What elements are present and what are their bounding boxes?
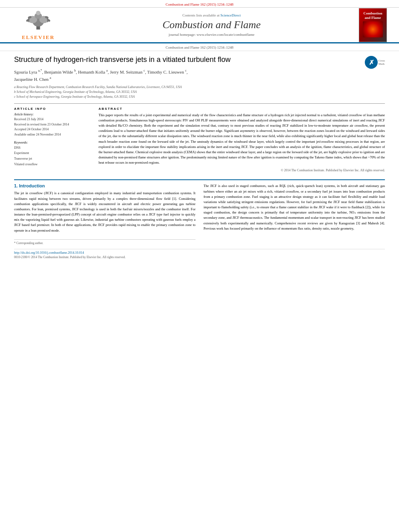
intro-left-text: The jet in crossflow (JICF) is a canonic… xyxy=(14,191,195,233)
author-sup-c2: c xyxy=(185,69,187,72)
accepted-date: Accepted 24 October 2014 xyxy=(14,127,90,132)
doi-link[interactable]: http://dx.doi.org/10.1016/j.combustflame… xyxy=(14,251,84,255)
intro-right-text: The JICF is also used in staged combusto… xyxy=(204,183,385,231)
intro-section-title: 1. Introduction xyxy=(14,183,195,188)
received-revised-date: Received in revised form 23 October 2014 xyxy=(14,122,90,127)
affiliation-b: b School of Mechanical Engineering, Geor… xyxy=(14,90,385,94)
article-history: Article history: Received 23 July 2014 R… xyxy=(14,113,90,138)
corresponding-author-note: * Corresponding author. xyxy=(14,241,195,245)
intro-right-col: The JICF is also used in staged combusto… xyxy=(204,183,385,244)
journal-title: Combustion and Flame xyxy=(68,19,355,31)
abstract-col: ABSTRACT This paper reports the results … xyxy=(99,107,385,173)
main-body: 1. Introduction The jet in crossflow (JI… xyxy=(0,179,399,259)
article-top-info: Combustion and Flame 162 (2015) 1234–124… xyxy=(0,43,399,51)
author-sup-c: c xyxy=(144,69,145,72)
journal-homepage: journal homepage: www.elsevier.com/locat… xyxy=(68,33,355,37)
article-info-col: ARTICLE INFO Article history: Received 2… xyxy=(14,107,90,173)
title-row: ✗ CrossMark Structure of hydrogen-rich t… xyxy=(14,55,385,64)
keyword-4: Vitiated crossflow xyxy=(14,162,90,167)
intro-section: 1. Introduction The jet in crossflow (JI… xyxy=(14,183,385,244)
contents-available-line: Contents lists available at ScienceDirec… xyxy=(68,13,355,17)
authors-line: Sgouria Lyra a,*, Benjamin Wilde b, Hema… xyxy=(14,68,385,82)
crossmark-label: CrossMark xyxy=(378,59,385,66)
elsevier-wordmark: ELSEVIER xyxy=(22,34,55,41)
keywords-title: Keywords: xyxy=(14,141,90,144)
history-title: Article history: xyxy=(14,113,90,116)
cover-title-text: Combustionand Flame xyxy=(363,11,382,20)
elsevier-tree-icon xyxy=(22,9,54,31)
keyword-1: DNS xyxy=(14,145,90,151)
abstract-header: ABSTRACT xyxy=(99,107,385,111)
cover-flame-image xyxy=(363,21,383,37)
article-body: ✗ CrossMark Structure of hydrogen-rich t… xyxy=(0,51,399,176)
author-sup-a3: a xyxy=(50,76,51,80)
abstract-copyright: © 2014 The Combustion Institute. Publish… xyxy=(99,168,385,172)
top-bar: Combustion and Flame 162 (2015) 1234–124… xyxy=(0,0,399,7)
svg-point-5 xyxy=(36,11,41,15)
journal-reference: Combustion and Flame 162 (2015) 1234–124… xyxy=(166,2,234,6)
footer-copyright: 0010-2180/© 2014 The Combustion Institut… xyxy=(14,255,385,259)
article-title: Structure of hydrogen-rich transverse je… xyxy=(14,55,385,64)
author-sup-b: b xyxy=(74,69,76,72)
article-info-header: ARTICLE INFO xyxy=(14,107,90,111)
author-sup-a2: a xyxy=(106,69,108,72)
crossmark-badge[interactable]: ✗ CrossMark xyxy=(365,56,385,69)
separator-1 xyxy=(14,103,385,104)
affiliation-c: c School of Aerospace Engineering, Georg… xyxy=(14,94,385,99)
journal-header: ELSEVIER Contents lists available at Sci… xyxy=(0,7,399,43)
article-journal-ref: Combustion and Flame 162 (2015) 1234–124… xyxy=(166,45,234,49)
author-sup-a: a,* xyxy=(38,69,42,72)
elsevier-logo-img xyxy=(16,9,60,33)
crossmark-icon: ✗ xyxy=(365,56,378,69)
elsevier-logo: ELSEVIER xyxy=(12,9,64,41)
journal-cover-image: Combustionand Flame xyxy=(359,8,387,42)
science-direct-link[interactable]: ScienceDirect xyxy=(220,13,241,17)
info-abstract-cols: ARTICLE INFO Article history: Received 2… xyxy=(14,107,385,173)
footnote-section: * Corresponding author. xyxy=(14,239,195,245)
abstract-text: This paper reports the results of a join… xyxy=(99,113,385,166)
affiliation-a: a Reacting Flow Research Department, Com… xyxy=(14,85,385,90)
journal-center: Contents lists available at ScienceDirec… xyxy=(64,13,359,37)
main-separator xyxy=(14,179,385,180)
intro-left-col: 1. Introduction The jet in crossflow (JI… xyxy=(14,183,195,244)
keyword-3: Transverse jet xyxy=(14,156,90,162)
keyword-2: Experiment xyxy=(14,150,90,156)
available-online-date: Available online 24 November 2014 xyxy=(14,132,90,138)
footer-links: http://dx.doi.org/10.1016/j.combustflame… xyxy=(14,249,385,255)
affiliations: a Reacting Flow Research Department, Com… xyxy=(14,85,385,99)
received-date: Received 23 July 2014 xyxy=(14,117,90,122)
keywords-section: Keywords: DNS Experiment Transverse jet … xyxy=(14,141,90,167)
